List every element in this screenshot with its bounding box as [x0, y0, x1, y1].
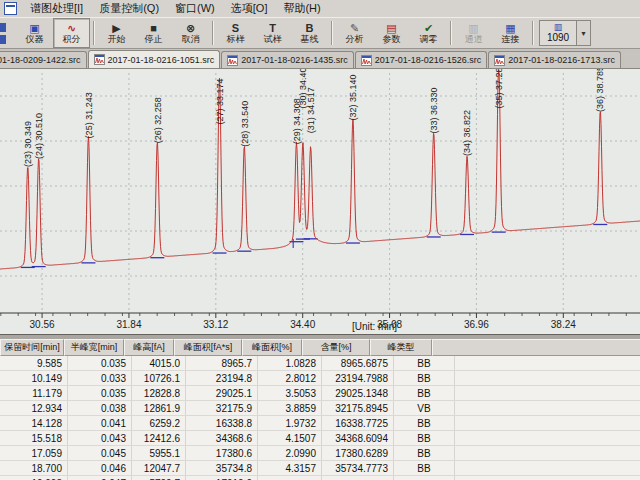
- peak-label: (33) 36.330: [429, 87, 439, 133]
- toolbar: ▣仪器∿积分▶开始■停止⊗取消S标样T试样B基线✎分析▤参数✔调零▥通道▦连接 …: [0, 18, 640, 49]
- menu-item[interactable]: 质量控制(Q): [91, 0, 167, 17]
- start-icon: ▶: [112, 23, 120, 34]
- table-cell: 17380.6: [186, 446, 258, 460]
- column-header[interactable]: 保留时间[min]: [0, 339, 64, 356]
- table-cell: [258, 476, 322, 480]
- table-cell: 14.128: [0, 416, 68, 430]
- x-axis-unit-label: [Unit: min]: [352, 321, 397, 332]
- device-dropdown-arrow[interactable]: ▼: [577, 20, 591, 46]
- table-row[interactable]: 11.1790.03512828.829025.13.505329025.134…: [0, 386, 640, 401]
- table-cell: BB: [394, 446, 455, 460]
- table-row[interactable]: 15.5180.04312412.634368.64.150734368.609…: [0, 431, 640, 446]
- menu-item[interactable]: 窗口(W): [167, 0, 223, 17]
- peak-label: (32) 35.140: [348, 74, 358, 120]
- table-cell: BB: [394, 371, 455, 385]
- table-row[interactable]: 18.7000.04612047.735734.84.315735734.777…: [0, 461, 640, 476]
- table-cell: 12.934: [0, 401, 68, 415]
- instrument-button[interactable]: ▣仪器: [16, 18, 53, 48]
- toolbar-button-label: 仪器: [26, 34, 44, 44]
- table-cell: 0.041: [68, 416, 132, 430]
- table-cell: 0.035: [68, 386, 132, 400]
- file-tab[interactable]: 2017-01-18-0216-1051.src: [88, 50, 221, 68]
- table-cell-filler: [455, 416, 640, 430]
- table-row[interactable]: 12.9340.03812861.932175.93.885932175.894…: [0, 401, 640, 416]
- toolbar-separator: [212, 21, 214, 45]
- file-tab-label: 2017-01-18-0216-1713.src: [508, 55, 615, 65]
- chromatogram-trace: [0, 71, 640, 270]
- analyze-icon: ✎: [350, 23, 359, 34]
- stop-button[interactable]: ■停止: [135, 18, 172, 48]
- letter-b-button[interactable]: B基线: [291, 18, 328, 48]
- table-header-row: 保留时间[min]半峰宽[min]峰高[fA]峰面积[fA*s]峰面积[%]含量…: [0, 339, 640, 356]
- file-tab[interactable]: 2017-01-18-0216-1526.src: [355, 51, 488, 68]
- cancel-icon: ⊗: [186, 23, 195, 34]
- table-row[interactable]: 14.1280.0416259.216338.81.973216338.7725…: [0, 416, 640, 431]
- params-button[interactable]: ▤参数: [373, 18, 410, 48]
- table-cell: 16338.8: [186, 416, 258, 430]
- file-tab[interactable]: 2017-01-18-0216-1435.src: [221, 51, 354, 68]
- menu-item[interactable]: 谱图处理[I]: [22, 0, 91, 17]
- connect-button[interactable]: ▦连接: [492, 18, 529, 48]
- table-cell: 0.035: [68, 356, 132, 370]
- table-cell-filler: [455, 446, 640, 460]
- column-header[interactable]: 峰高[fA]: [124, 339, 174, 356]
- column-header[interactable]: 含量[%]: [302, 339, 370, 356]
- file-tab[interactable]: 2017-01-18-0216-1713.src: [488, 51, 621, 68]
- menu-bar: 谱图处理[I]质量控制(Q)窗口(W)选项[O]帮助(H): [0, 0, 640, 18]
- toolbar-button-label: 积分: [63, 34, 81, 44]
- column-header-filler: [432, 339, 640, 356]
- file-tab-label: 2017-01-18-0216-1526.src: [375, 55, 482, 65]
- toolbar-button-label: 取消: [182, 34, 200, 44]
- table-row[interactable]: 9.5850.0354015.08965.71.08288965.6875BB: [0, 356, 640, 371]
- toolbar-button-label: 调零: [420, 34, 438, 44]
- table-cell: BB: [394, 356, 455, 370]
- toolbar-button-label: 试样: [264, 34, 282, 44]
- letter-t-button[interactable]: T试样: [254, 18, 291, 48]
- analyze-button[interactable]: ✎分析: [336, 18, 373, 48]
- table-cell: 29025.1348: [322, 386, 394, 400]
- table-cell: 32175.9: [186, 401, 258, 415]
- table-cell: 12828.8: [132, 386, 186, 400]
- table-cell: BB: [394, 461, 455, 475]
- file-tab[interactable]: 2017-01-18-0209-1422.src: [0, 51, 87, 68]
- start-button[interactable]: ▶开始: [98, 18, 135, 48]
- table-cell: 32175.8945: [322, 401, 394, 415]
- cancel-button[interactable]: ⊗取消: [172, 18, 209, 48]
- clipped-icon: [0, 23, 6, 32]
- file-tab-label: 2017-01-18-0216-1435.src: [241, 55, 348, 65]
- toolbar-button-label: 参数: [383, 34, 401, 44]
- table-row[interactable]: 19.9930.0475700.717910.0: [0, 476, 640, 480]
- column-header[interactable]: 峰类型: [370, 339, 432, 356]
- channel-button[interactable]: ▥通道: [455, 18, 492, 48]
- toolbar-button-label: 基线: [301, 34, 319, 44]
- file-tab-label: 2017-01-18-0216-1051.src: [108, 55, 215, 65]
- table-cell: 35734.8: [186, 461, 258, 475]
- table-cell: 6259.2: [132, 416, 186, 430]
- column-header[interactable]: 半峰宽[min]: [64, 339, 124, 356]
- peak-label: (23) 30.349: [23, 121, 33, 167]
- table-cell-filler: [455, 371, 640, 385]
- document-icon: [4, 2, 17, 15]
- peak-label: (26) 32.258: [153, 97, 163, 143]
- table-cell-filler: [455, 401, 640, 415]
- table-cell: 9.585: [0, 356, 68, 370]
- device-selector-value: 1090: [547, 32, 569, 43]
- letter-s-icon: S: [232, 23, 239, 34]
- table-cell: 4.1507: [258, 431, 322, 445]
- column-header[interactable]: 峰面积[fA*s]: [174, 339, 242, 356]
- device-selector[interactable]: ▥ 1090 ▼: [539, 20, 591, 46]
- table-row[interactable]: 10.1490.03310726.123194.82.801223194.798…: [0, 371, 640, 386]
- channel-icon: ▥: [468, 23, 478, 34]
- table-cell: 10726.1: [132, 371, 186, 385]
- integrate-button[interactable]: ∿积分: [53, 18, 90, 48]
- menu-item[interactable]: 选项[O]: [223, 0, 276, 17]
- toolbar-button-label: 连接: [502, 34, 520, 44]
- chromatogram-plot[interactable]: 30.5631.8433.1234.4035.6836.9638.24[Unit…: [0, 69, 640, 334]
- toolbar-button-label: 标样: [227, 34, 245, 44]
- table-row[interactable]: 17.0590.0455955.117380.62.099017380.6289…: [0, 446, 640, 461]
- toolbar-separator: [93, 21, 95, 45]
- menu-item[interactable]: 帮助(H): [275, 0, 328, 17]
- letter-s-button[interactable]: S标样: [217, 18, 254, 48]
- zero-button[interactable]: ✔调零: [410, 18, 447, 48]
- column-header[interactable]: 峰面积[%]: [242, 339, 302, 356]
